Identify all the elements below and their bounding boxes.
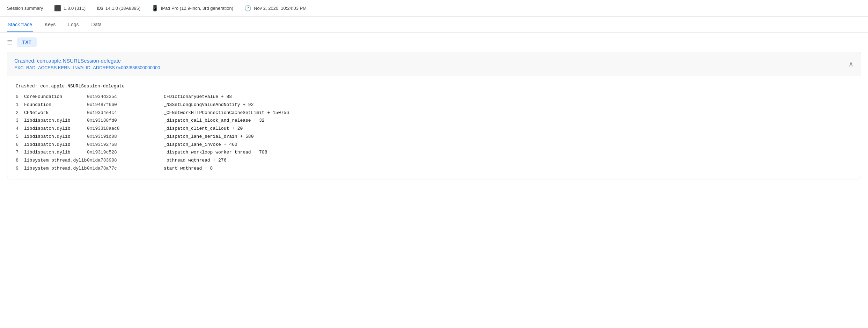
frame-library: libdispatch.dylib [24, 117, 87, 125]
frame-number: 9 [16, 165, 24, 173]
crash-title: Crashed: com.apple.NSURLSession-delegate [14, 58, 160, 64]
timestamp-item: 🕐 Nov 2, 2020, 10:24:03 PM [244, 5, 307, 12]
frame-address: 0x1da78a77c [87, 165, 164, 173]
os-version-text: 14.1.0 (18A8395) [105, 6, 140, 11]
tab-bar: Stack trace Keys Logs Data [0, 17, 868, 33]
table-row: 9libsystem_pthread.dylib0x1da78a77cstart… [16, 165, 852, 173]
frame-library: CFNetwork [24, 109, 87, 117]
frame-number: 2 [16, 109, 24, 117]
table-row: 7libdispatch.dylib0x19319c528_dispatch_w… [16, 149, 852, 157]
table-row: 1Foundation0x19487f660_NSSetLongLongValu… [16, 101, 852, 109]
frame-address: 0x1da783908 [87, 157, 164, 165]
collapse-icon[interactable]: ∧ [848, 60, 854, 68]
version-icon: ⬛ [54, 5, 61, 12]
frame-number: 6 [16, 141, 24, 149]
frame-number: 0 [16, 93, 24, 101]
table-row: 2CFNetwork0x193d4e4c4_CFNetworkHTTPConne… [16, 109, 852, 117]
version-item: ⬛ 1.8.0 (311) [54, 5, 86, 12]
frame-number: 3 [16, 117, 24, 125]
frame-number: 7 [16, 149, 24, 157]
tab-logs[interactable]: Logs [67, 17, 79, 32]
frame-number: 4 [16, 125, 24, 133]
frame-address: 0x193191c08 [87, 133, 164, 141]
txt-button[interactable]: TXT [17, 37, 37, 47]
device-item: 📱 iPad Pro (12.9-inch, 3rd generation) [152, 5, 233, 12]
os-version-item: iOS 14.1.0 (18A8395) [97, 6, 140, 11]
frame-symbol: _dispatch_client_callout + 20 [164, 125, 852, 133]
version-text: 1.8.0 (311) [64, 6, 86, 11]
tab-data[interactable]: Data [91, 17, 103, 32]
crash-info: Crashed: com.apple.NSURLSession-delegate… [14, 58, 160, 70]
frame-address: 0x1934d335c [87, 93, 164, 101]
frame-address: 0x19319c528 [87, 149, 164, 157]
session-header: Session summary ⬛ 1.8.0 (311) iOS 14.1.0… [0, 0, 868, 17]
frame-library: Foundation [24, 101, 87, 109]
tab-stack-trace[interactable]: Stack trace [7, 17, 33, 32]
frame-library: libsystem_pthread.dylib [24, 157, 87, 165]
frame-library: libdispatch.dylib [24, 133, 87, 141]
crash-section: Crashed: com.apple.NSURLSession-delegate… [7, 52, 861, 179]
table-row: 3libdispatch.dylib0x193188fd0_dispatch_c… [16, 117, 852, 125]
session-label-item: Session summary [7, 6, 43, 11]
frame-address: 0x193192768 [87, 141, 164, 149]
table-row: 5libdispatch.dylib0x193191c08_dispatch_l… [16, 133, 852, 141]
ios-icon: iOS [97, 6, 103, 11]
table-row: 8libsystem_pthread.dylib0x1da783908_pthr… [16, 157, 852, 165]
frame-symbol: _dispatch_call_block_and_release + 32 [164, 117, 852, 125]
crash-header: Crashed: com.apple.NSURLSession-delegate… [7, 52, 861, 76]
frame-symbol: _dispatch_workloop_worker_thread + 708 [164, 149, 852, 157]
frame-address: 0x193d4e4c4 [87, 109, 164, 117]
view-toolbar: ☰ TXT [0, 33, 868, 52]
stack-frame-list: 0CoreFoundation0x1934d335cCFDictionaryGe… [16, 93, 852, 173]
device-icon: 📱 [152, 5, 159, 12]
frame-symbol: start_wqthread + 8 [164, 165, 852, 173]
tab-keys[interactable]: Keys [44, 17, 56, 32]
list-view-icon[interactable]: ☰ [7, 38, 13, 46]
frame-library: libdispatch.dylib [24, 141, 87, 149]
frame-symbol: _dispatch_lane_serial_drain + 580 [164, 133, 852, 141]
clock-icon: 🕐 [244, 5, 251, 12]
frame-symbol: _dispatch_lane_invoke + 460 [164, 141, 852, 149]
table-row: 4libdispatch.dylib0x193318aac8_dispatch_… [16, 125, 852, 133]
frame-number: 5 [16, 133, 24, 141]
session-label: Session summary [7, 6, 43, 11]
crash-error: EXC_BAD_ACCESS KERN_INVALID_ADDRESS 0x00… [14, 65, 160, 70]
table-row: 6libdispatch.dylib0x193192768_dispatch_l… [16, 141, 852, 149]
table-row: 0CoreFoundation0x1934d335cCFDictionaryGe… [16, 93, 852, 101]
timestamp-text: Nov 2, 2020, 10:24:03 PM [254, 6, 307, 11]
frame-symbol: CFDictionaryGetValue + 88 [164, 93, 852, 101]
frame-library: CoreFoundation [24, 93, 87, 101]
device-text: iPad Pro (12.9-inch, 3rd generation) [161, 6, 233, 11]
frame-symbol: _pthread_wqthread + 276 [164, 157, 852, 165]
frame-address: 0x193318aac8 [87, 125, 164, 133]
frame-symbol: _NSSetLongLongValueAndNotify + 92 [164, 101, 852, 109]
crash-body: Crashed: com.apple.NSURLSession-delegate… [7, 76, 861, 179]
frame-number: 8 [16, 157, 24, 165]
frame-library: libsystem_pthread.dylib [24, 165, 87, 173]
frame-library: libdispatch.dylib [24, 125, 87, 133]
frame-number: 1 [16, 101, 24, 109]
frame-address: 0x19487f660 [87, 101, 164, 109]
frame-symbol: _CFNetworkHTTPConnectionCacheSetLimit + … [164, 109, 852, 117]
crash-thread-label: Crashed: com.apple.NSURLSession-delegate [16, 83, 852, 90]
frame-address: 0x193188fd0 [87, 117, 164, 125]
frame-library: libdispatch.dylib [24, 149, 87, 157]
